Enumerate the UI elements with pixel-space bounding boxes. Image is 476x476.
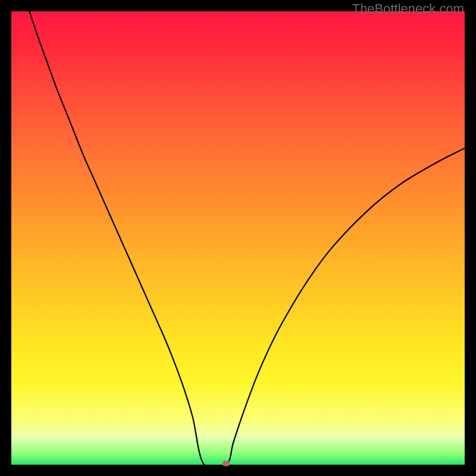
bottleneck-curve [11,11,465,465]
chart-container: TheBottleneck.com [0,0,476,476]
attribution-text: TheBottleneck.com [352,1,464,17]
minimum-marker [223,461,230,466]
